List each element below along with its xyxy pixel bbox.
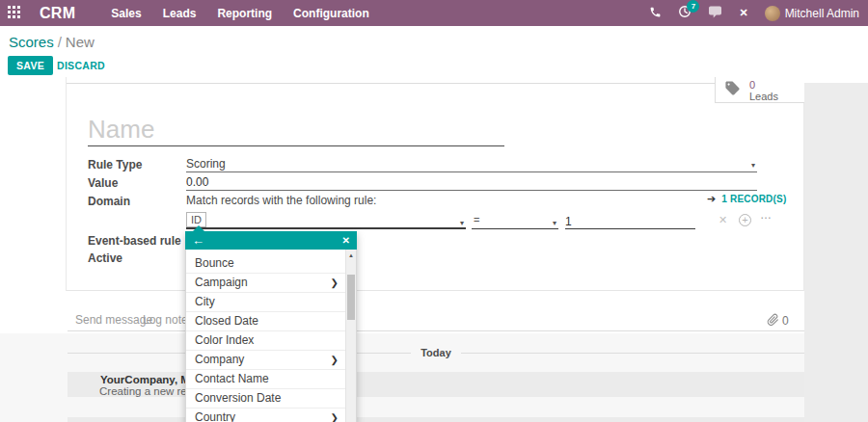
paperclip-icon — [767, 312, 779, 330]
date-divider-label: Today — [420, 347, 451, 358]
field-selector-dropdown: ← ✕ Bounce Campaign ❯ City Closed Date C… — [185, 231, 357, 422]
chat-bubble-icon — [708, 5, 722, 22]
dropdown-header: ← ✕ — [185, 231, 357, 250]
field-option-bounce[interactable]: Bounce — [186, 254, 345, 274]
domain-value-input[interactable] — [565, 214, 695, 229]
tag-icon — [724, 80, 741, 100]
user-name: Mitchell Admin — [785, 7, 859, 20]
phone-button[interactable] — [649, 5, 662, 22]
send-message-tab[interactable]: Send message — [75, 313, 152, 327]
breadcrumb-current: New — [66, 34, 95, 50]
attachments-button[interactable]: 0 — [767, 312, 789, 330]
page-background-strip — [804, 83, 868, 422]
activity-count-badge: 7 — [687, 0, 699, 13]
rule-type-value: Scoring — [186, 157, 226, 171]
domain-hint: Match records with the following rule: — [186, 194, 376, 207]
menu-leads[interactable]: Leads — [152, 7, 207, 20]
arrow-right-icon: ➔ — [707, 193, 716, 205]
domain-operator-value: = — [474, 214, 479, 225]
field-option-conversion-date[interactable]: Conversion Date — [186, 389, 345, 409]
user-avatar — [765, 6, 780, 21]
chatter-divider — [68, 330, 804, 331]
breadcrumb: Scores/New — [9, 34, 95, 50]
name-input[interactable] — [88, 114, 504, 146]
field-option-country[interactable]: Country ❯ — [186, 409, 345, 422]
value-input[interactable] — [186, 174, 757, 189]
divider-line — [461, 353, 804, 354]
rule-type-label: Rule Type — [88, 158, 142, 171]
save-button[interactable]: SAVE — [8, 56, 53, 75]
field-option-label: Campaign — [195, 276, 248, 289]
leads-label: Leads — [749, 92, 778, 101]
back-arrow-icon[interactable]: ← — [192, 234, 204, 247]
app-name: CRM — [40, 5, 75, 22]
close-icon[interactable]: ✕ — [342, 235, 350, 246]
messages-button[interactable] — [708, 5, 722, 22]
attachment-count: 0 — [782, 314, 789, 328]
breadcrumb-separator: / — [54, 34, 66, 50]
chevron-right-icon: ❯ — [331, 409, 339, 422]
domain-value-field — [565, 212, 695, 229]
dropdown-pointer — [193, 225, 204, 231]
delete-node-button[interactable]: ✕ — [719, 214, 727, 226]
chevron-right-icon: ❯ — [331, 351, 339, 369]
odoo-crm-window: CRM Sales Leads Reporting Configuration … — [0, 0, 868, 422]
close-icon: ✕ — [739, 7, 747, 19]
top-navbar: CRM Sales Leads Reporting Configuration … — [0, 0, 868, 26]
main-menu: Sales Leads Reporting Configuration — [100, 0, 379, 26]
user-menu[interactable]: Mitchell Admin — [765, 6, 859, 21]
event-rule-label: Event-based rule — [88, 234, 181, 248]
log-note-tab[interactable]: Log note — [143, 313, 188, 327]
value-label: Value — [88, 176, 118, 190]
field-option-label: Company — [195, 353, 244, 366]
records-count-text: 1 RECORD(S) — [721, 194, 786, 204]
value-field — [186, 174, 757, 191]
active-label: Active — [88, 251, 122, 265]
rule-type-select[interactable]: Scoring ▾ — [186, 156, 757, 172]
menu-configuration[interactable]: Configuration — [283, 7, 380, 20]
phone-icon — [649, 5, 662, 22]
scrollbar-thumb[interactable] — [347, 275, 355, 320]
form-sheet: 0 Leads Rule Type Scoring ▾ Value Domain… — [66, 77, 804, 291]
sheet-top-divider — [67, 83, 715, 84]
chatter-message: YourCompany, Mitchell Admin Creating a n… — [68, 372, 804, 397]
dropdown-scrollbar[interactable]: ▲ — [345, 250, 356, 422]
scroll-up-icon[interactable]: ▲ — [346, 250, 356, 258]
domain-field-select[interactable]: ID ▾ — [186, 212, 466, 229]
field-option-color-index[interactable]: Color Index — [186, 331, 345, 351]
next-message-edge — [68, 417, 804, 422]
apps-menu-button[interactable] — [0, 0, 27, 26]
discard-button[interactable]: DISCARD — [57, 60, 105, 71]
field-option-city[interactable]: City — [186, 293, 345, 312]
domain-label: Domain — [88, 195, 130, 208]
menu-reporting[interactable]: Reporting — [206, 7, 283, 20]
leads-count: 0 — [749, 80, 778, 90]
date-divider: Today — [68, 347, 804, 358]
field-option-closed-date[interactable]: Closed Date — [186, 312, 345, 331]
field-list: Bounce Campaign ❯ City Closed Date Color… — [185, 250, 357, 422]
apps-grid-icon — [8, 5, 20, 22]
chevron-right-icon: ❯ — [331, 274, 339, 292]
field-option-campaign[interactable]: Campaign ❯ — [186, 274, 345, 293]
caret-down-icon: ▾ — [751, 162, 755, 170]
field-option-company[interactable]: Company ❯ — [186, 351, 345, 370]
caret-down-icon: ▾ — [460, 220, 464, 227]
field-option-label: Country — [195, 410, 235, 422]
leads-stat-button[interactable]: 0 Leads — [715, 77, 804, 103]
stat-text: 0 Leads — [749, 78, 778, 101]
records-link[interactable]: ➔ 1 RECORD(S) — [707, 193, 786, 205]
breadcrumb-scores-link[interactable]: Scores — [9, 34, 54, 50]
field-option-contact-name[interactable]: Contact Name — [186, 370, 345, 389]
activities-button[interactable]: 7 — [678, 5, 692, 22]
add-node-button[interactable]: + — [739, 214, 751, 226]
add-branch-button[interactable]: … — [760, 208, 773, 222]
menu-sales[interactable]: Sales — [100, 7, 151, 20]
domain-operator-select[interactable]: = ▾ — [472, 212, 558, 229]
caret-down-icon: ▾ — [553, 220, 556, 227]
systray: 7 ✕ Mitchell Admin — [649, 5, 868, 22]
systray-close-button[interactable]: ✕ — [739, 7, 747, 19]
